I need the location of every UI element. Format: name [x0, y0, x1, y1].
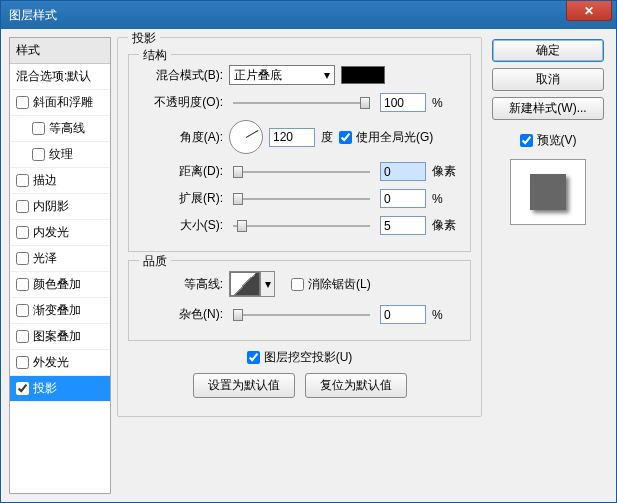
layer-style-dialog: 图层样式 ✕ 样式 混合选项:默认 斜面和浮雕等高线纹理描边内阴影内发光光泽颜色…: [0, 0, 617, 503]
noise-slider[interactable]: [233, 307, 370, 323]
styles-header: 样式: [10, 38, 110, 64]
opacity-input[interactable]: [380, 93, 426, 112]
style-item-stroke[interactable]: 描边: [10, 168, 110, 194]
distance-label: 距离(D):: [137, 163, 223, 180]
style-item-innerglow[interactable]: 内发光: [10, 220, 110, 246]
quality-group: 品质 等高线: ▾ 消除锯齿(L) 杂色(N):: [128, 260, 471, 341]
antialias-checkbox[interactable]: 消除锯齿(L): [291, 276, 371, 293]
noise-input[interactable]: [380, 305, 426, 324]
opacity-slider[interactable]: [233, 95, 370, 111]
style-item-innershadow[interactable]: 内阴影: [10, 194, 110, 220]
style-item-dropshadow[interactable]: 投影: [10, 376, 110, 402]
window-title: 图层样式: [9, 7, 57, 24]
close-button[interactable]: ✕: [566, 1, 612, 21]
styles-list: 样式 混合选项:默认 斜面和浮雕等高线纹理描边内阴影内发光光泽颜色叠加渐变叠加图…: [9, 37, 111, 494]
quality-legend: 品质: [139, 253, 171, 270]
global-light-checkbox[interactable]: 使用全局光(G): [339, 129, 433, 146]
style-item-gradoverlay[interactable]: 渐变叠加: [10, 298, 110, 324]
distance-input[interactable]: [380, 162, 426, 181]
size-input[interactable]: [380, 216, 426, 235]
contour-label: 等高线:: [137, 276, 223, 293]
distance-slider[interactable]: [233, 164, 370, 180]
size-label: 大小(S):: [137, 217, 223, 234]
reset-default-button[interactable]: 复位为默认值: [305, 373, 407, 398]
chevron-down-icon: ▾: [324, 68, 330, 82]
style-item-outerglow[interactable]: 外发光: [10, 350, 110, 376]
angle-dial[interactable]: [229, 120, 263, 154]
style-item-patoverlay[interactable]: 图案叠加: [10, 324, 110, 350]
titlebar: 图层样式 ✕: [1, 1, 616, 29]
size-slider[interactable]: [233, 218, 370, 234]
style-item-contour[interactable]: 等高线: [10, 116, 110, 142]
knockout-checkbox[interactable]: 图层挖空投影(U): [247, 349, 353, 366]
angle-input[interactable]: [269, 128, 315, 147]
contour-dropdown[interactable]: ▾: [260, 272, 274, 296]
ok-button[interactable]: 确定: [492, 39, 604, 62]
preview-box: [510, 159, 586, 225]
blend-mode-select[interactable]: 正片叠底 ▾: [229, 65, 335, 85]
blend-mode-label: 混合模式(B):: [137, 67, 223, 84]
spread-slider[interactable]: [233, 191, 370, 207]
cancel-button[interactable]: 取消: [492, 68, 604, 91]
opacity-label: 不透明度(O):: [137, 94, 223, 111]
blend-options-item[interactable]: 混合选项:默认: [10, 64, 110, 90]
noise-label: 杂色(N):: [137, 306, 223, 323]
style-item-texture[interactable]: 纹理: [10, 142, 110, 168]
spread-label: 扩展(R):: [137, 190, 223, 207]
drop-shadow-panel: 投影 结构 混合模式(B): 正片叠底 ▾ 不透明度(O):: [117, 37, 482, 417]
style-item-coloroverlay[interactable]: 颜色叠加: [10, 272, 110, 298]
shadow-color-swatch[interactable]: [341, 66, 385, 84]
make-default-button[interactable]: 设置为默认值: [193, 373, 295, 398]
panel-legend: 投影: [128, 30, 160, 47]
contour-picker[interactable]: [230, 272, 260, 296]
preview-checkbox[interactable]: 预览(V): [520, 132, 577, 149]
angle-label: 角度(A):: [137, 129, 223, 146]
close-icon: ✕: [584, 4, 594, 18]
style-item-satin[interactable]: 光泽: [10, 246, 110, 272]
style-item-bevel[interactable]: 斜面和浮雕: [10, 90, 110, 116]
structure-legend: 结构: [139, 47, 171, 64]
new-style-button[interactable]: 新建样式(W)...: [492, 97, 604, 120]
structure-group: 结构 混合模式(B): 正片叠底 ▾ 不透明度(O): %: [128, 54, 471, 252]
spread-input[interactable]: [380, 189, 426, 208]
